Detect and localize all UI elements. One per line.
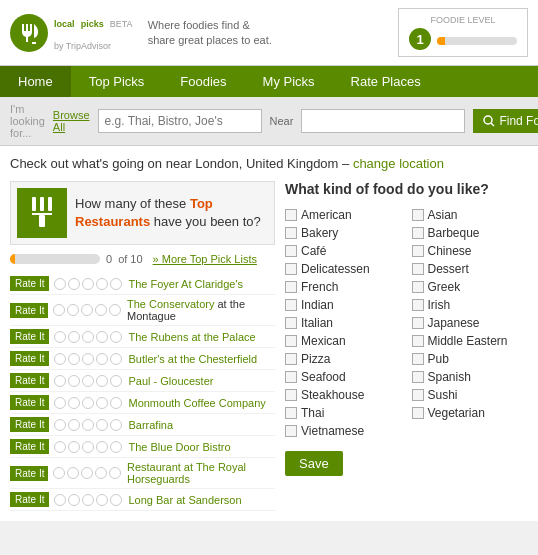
star <box>54 353 66 365</box>
svg-rect-2 <box>32 197 36 211</box>
restaurant-name: Long Bar at Sanderson <box>128 494 241 506</box>
rate-button[interactable]: Rate It <box>10 329 49 344</box>
restaurant-row: Rate It The Conservatory at the Montague <box>10 295 275 326</box>
food-checkbox[interactable] <box>412 407 424 419</box>
rate-button[interactable]: Rate It <box>10 303 48 318</box>
restaurant-row: Rate It Long Bar at Sanderson <box>10 489 275 511</box>
restaurant-name: Paul - Gloucester <box>128 375 213 387</box>
rate-button[interactable]: Rate It <box>10 373 49 388</box>
star <box>68 494 80 506</box>
food-checkbox[interactable] <box>412 209 424 221</box>
top-picks-text: How many of these Top Restaurants have y… <box>75 195 268 231</box>
food-checkbox[interactable] <box>412 281 424 293</box>
food-label: Barbeque <box>428 226 480 240</box>
star-rating <box>54 278 122 290</box>
star <box>53 467 65 479</box>
food-label: Chinese <box>428 244 472 258</box>
star <box>96 331 108 343</box>
svg-line-1 <box>491 123 494 126</box>
food-checkbox[interactable] <box>412 335 424 347</box>
food-checkbox[interactable] <box>412 389 424 401</box>
food-checkbox[interactable] <box>412 353 424 365</box>
restaurant-link[interactable]: Butler's at the Chesterfield <box>128 353 257 365</box>
restaurant-link[interactable]: Barrafina <box>128 419 173 431</box>
foodie-box: FOODIE LEVEL 1 <box>398 8 528 57</box>
food-label: Spanish <box>428 370 471 384</box>
rate-button[interactable]: Rate It <box>10 351 49 366</box>
nav-top-picks[interactable]: Top Picks <box>71 66 163 97</box>
food-checkbox[interactable] <box>412 227 424 239</box>
star <box>81 304 93 316</box>
food-label: Steakhouse <box>301 388 364 402</box>
star <box>68 278 80 290</box>
food-checkbox[interactable] <box>285 317 297 329</box>
nav-foodies[interactable]: Foodies <box>162 66 244 97</box>
restaurant-link[interactable]: Long Bar at Sanderson <box>128 494 241 506</box>
food-label: Japanese <box>428 316 480 330</box>
search-input[interactable] <box>98 109 262 133</box>
food-checkbox[interactable] <box>412 263 424 275</box>
food-label: Seafood <box>301 370 346 384</box>
foodie-progress-bar <box>437 37 517 45</box>
food-checkbox[interactable] <box>285 263 297 275</box>
restaurant-link[interactable]: Restaurant at The Royal Horseguards <box>127 461 246 485</box>
save-button[interactable]: Save <box>285 451 343 476</box>
restaurant-name: Barrafina <box>128 419 173 431</box>
star <box>68 441 80 453</box>
rate-button[interactable]: Rate It <box>10 395 49 410</box>
food-checkbox[interactable] <box>285 425 297 437</box>
food-item: Asian <box>412 207 529 223</box>
star <box>54 419 66 431</box>
restaurant-row: Rate It The Foyer At Claridge's <box>10 273 275 295</box>
restaurant-link[interactable]: The Conservatory <box>127 298 214 310</box>
browse-all-link[interactable]: Browse All <box>53 109 90 133</box>
food-checkbox[interactable] <box>285 209 297 221</box>
restaurant-link[interactable]: The Blue Door Bistro <box>128 441 230 453</box>
food-checkbox[interactable] <box>285 335 297 347</box>
restaurant-link[interactable]: Monmouth Coffee Company <box>128 397 265 409</box>
star <box>54 397 66 409</box>
food-checkbox[interactable] <box>285 299 297 311</box>
food-checkbox[interactable] <box>285 245 297 257</box>
rate-button[interactable]: Rate It <box>10 492 49 507</box>
restaurant-row: Rate It Paul - Gloucester <box>10 370 275 392</box>
food-item: Vietnamese <box>285 423 402 439</box>
restaurant-link[interactable]: The Rubens at the Palace <box>128 331 255 343</box>
restaurant-link[interactable]: Paul - Gloucester <box>128 375 213 387</box>
star-rating <box>54 331 122 343</box>
nav-rate-places[interactable]: Rate Places <box>333 66 439 97</box>
food-checkbox[interactable] <box>412 371 424 383</box>
food-checkbox[interactable] <box>285 227 297 239</box>
food-checkbox[interactable] <box>412 299 424 311</box>
food-label: Delicatessen <box>301 262 370 276</box>
food-item: Dessert <box>412 261 529 277</box>
star <box>68 331 80 343</box>
near-input[interactable]: London, United Kingdom <box>301 109 465 133</box>
rate-button[interactable]: Rate It <box>10 276 49 291</box>
food-checkbox[interactable] <box>285 353 297 365</box>
rate-button[interactable]: Rate It <box>10 439 49 454</box>
star <box>54 494 66 506</box>
nav-my-picks[interactable]: My Picks <box>245 66 333 97</box>
more-top-picks-link[interactable]: » More Top Pick Lists <box>153 253 257 265</box>
restaurant-link[interactable]: The Foyer At Claridge's <box>128 278 243 290</box>
star <box>110 494 122 506</box>
food-grid: AmericanAsianBakeryBarbequeCaféChineseDe… <box>285 207 528 439</box>
food-checkbox[interactable] <box>285 371 297 383</box>
food-checkbox[interactable] <box>285 407 297 419</box>
change-location-link[interactable]: change location <box>353 156 444 171</box>
rate-button[interactable]: Rate It <box>10 466 48 481</box>
star-rating <box>54 419 122 431</box>
star-rating <box>53 304 121 316</box>
food-label: Mexican <box>301 334 346 348</box>
star <box>110 331 122 343</box>
rate-button[interactable]: Rate It <box>10 417 49 432</box>
food-checkbox[interactable] <box>285 281 297 293</box>
find-food-button[interactable]: Find Food <box>473 109 538 133</box>
food-checkbox[interactable] <box>285 389 297 401</box>
food-checkbox[interactable] <box>412 317 424 329</box>
nav-home[interactable]: Home <box>0 66 71 97</box>
food-checkbox[interactable] <box>412 245 424 257</box>
food-label: Italian <box>301 316 333 330</box>
star <box>96 419 108 431</box>
